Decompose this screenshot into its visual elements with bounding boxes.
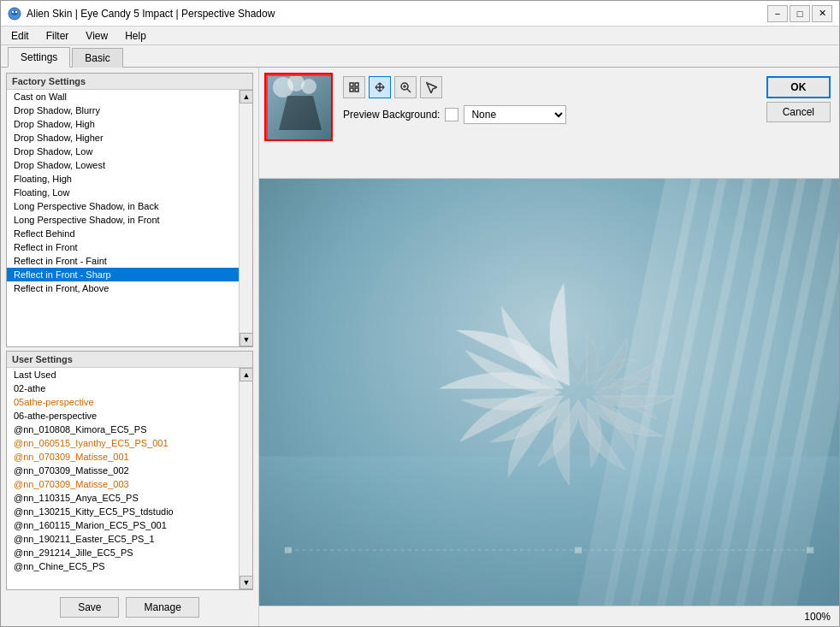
list-item[interactable]: Drop Shadow, Higher (7, 131, 239, 145)
left-panel: Factory Settings Cast on Wall Drop Shado… (1, 68, 259, 626)
user-settings-list-container: Last Used 02-athe 05athe-perspective 06-… (7, 368, 252, 589)
right-panel: Preview Background: None White Black Cus… (259, 68, 839, 626)
title-bar-controls: − □ ✕ (767, 5, 832, 22)
scroll-down-btn[interactable]: ▼ (240, 333, 252, 346)
title-bar-left: Alien Skin | Eye Candy 5 Impact | Perspe… (8, 7, 275, 21)
list-item[interactable]: Reflect in Front - Faint (7, 254, 239, 268)
list-item[interactable]: @nn_070309_Matisse_003 (7, 477, 239, 491)
list-item[interactable]: Long Perspective Shadow, in Back (7, 199, 239, 213)
tab-basic[interactable]: Basic (72, 48, 122, 68)
menu-help[interactable]: Help (118, 28, 153, 44)
zoom-level: 100% (804, 611, 831, 623)
list-item[interactable]: 02-athe (7, 382, 239, 395)
svg-rect-4 (350, 83, 353, 86)
preview-bg-label: Preview Background: (343, 109, 440, 121)
list-item[interactable]: Floating, High (7, 172, 239, 186)
svg-line-9 (407, 89, 411, 92)
list-item[interactable]: @nn_070309_Matisse_002 (7, 464, 239, 477)
maximize-button[interactable]: □ (790, 5, 810, 22)
list-item[interactable]: @nn_291214_Jille_EC5_PS (7, 546, 239, 559)
list-item[interactable]: @nn_190211_Easter_EC5_PS_1 (7, 532, 239, 546)
tool-pan-btn[interactable] (369, 76, 391, 98)
scroll-up-btn[interactable]: ▲ (240, 90, 252, 104)
list-item[interactable]: Drop Shadow, Lowest (7, 158, 239, 172)
main-content: Factory Settings Cast on Wall Drop Shado… (1, 68, 839, 626)
list-item[interactable]: Floating, Low (7, 186, 239, 199)
preview-area (259, 179, 839, 606)
cancel-button[interactable]: Cancel (766, 102, 831, 122)
user-settings-list: Last Used 02-athe 05athe-perspective 06-… (7, 368, 239, 589)
user-settings-section: User Settings Last Used 02-athe 05athe-p… (6, 351, 253, 590)
tool-row (343, 76, 760, 98)
factory-settings-scrollbar[interactable]: ▲ ▼ (239, 90, 252, 346)
main-window: Alien Skin | Eye Candy 5 Impact | Perspe… (0, 0, 840, 627)
factory-settings-section: Factory Settings Cast on Wall Drop Shado… (6, 73, 253, 347)
list-item[interactable]: Cast on Wall (7, 90, 239, 104)
thumbnail-canvas (266, 74, 333, 141)
list-item[interactable]: Long Perspective Shadow, in Front (7, 213, 239, 227)
list-item[interactable]: 05athe-perspective (7, 395, 239, 409)
svg-point-1 (11, 10, 18, 15)
minimize-button[interactable]: − (767, 5, 788, 22)
list-item[interactable]: Drop Shadow, Low (7, 145, 239, 158)
user-settings-header: User Settings (7, 352, 252, 368)
list-item[interactable]: Drop Shadow, High (7, 117, 239, 131)
tool-zoom-btn[interactable] (394, 76, 417, 98)
factory-settings-list: Cast on Wall Drop Shadow, Blurry Drop Sh… (7, 90, 239, 346)
svg-rect-5 (355, 83, 358, 86)
menu-filter[interactable]: Filter (39, 28, 76, 44)
factory-settings-header: Factory Settings (7, 74, 252, 90)
list-item[interactable]: @nn_Chine_EC5_PS (7, 559, 239, 573)
list-item[interactable]: @nn_110315_Anya_EC5_PS (7, 491, 239, 505)
scroll-down-btn-user[interactable]: ▼ (240, 576, 252, 589)
right-top-bar: Preview Background: None White Black Cus… (259, 68, 839, 179)
preview-bg-swatch (445, 108, 458, 121)
tab-settings[interactable]: Settings (8, 47, 70, 68)
svg-rect-6 (350, 88, 353, 92)
thumbnail-box (264, 73, 333, 141)
svg-point-3 (15, 10, 17, 12)
list-item[interactable]: @nn_060515_Iyanthy_EC5_PS_001 (7, 436, 239, 450)
preview-bg-section: Preview Background: None White Black Cus… (343, 105, 760, 124)
list-item[interactable]: @nn_130215_Kitty_EC5_PS_tdstudio (7, 505, 239, 518)
list-item[interactable]: @nn_070309_Matisse_001 (7, 450, 239, 464)
tool-hand-btn[interactable] (343, 76, 365, 98)
list-item[interactable]: Reflect in Front, Above (7, 281, 239, 295)
manage-button[interactable]: Manage (126, 597, 198, 618)
list-item[interactable]: Reflect in Front (7, 240, 239, 254)
status-bar: 100% (259, 606, 839, 626)
save-button[interactable]: Save (60, 597, 119, 618)
preview-bg-select[interactable]: None White Black Custom (464, 105, 566, 124)
title-bar: Alien Skin | Eye Candy 5 Impact | Perspe… (1, 1, 839, 27)
menu-bar: Edit Filter View Help (1, 27, 839, 45)
list-item[interactable]: Drop Shadow, Blurry (7, 104, 239, 117)
tool-select-btn[interactable] (420, 76, 442, 98)
user-settings-scrollbar[interactable]: ▲ ▼ (239, 368, 252, 589)
close-button[interactable]: ✕ (812, 5, 832, 22)
scroll-track (240, 104, 252, 333)
svg-point-2 (12, 10, 14, 12)
scroll-track-user (240, 382, 252, 576)
window-title: Alien Skin | Eye Candy 5 Impact | Perspe… (27, 8, 275, 20)
svg-rect-7 (355, 88, 358, 92)
list-item[interactable]: Last Used (7, 368, 239, 382)
list-item[interactable]: @nn_010808_Kimora_EC5_PS (7, 423, 239, 436)
menu-edit[interactable]: Edit (4, 28, 36, 44)
list-item[interactable]: Reflect Behind (7, 227, 239, 240)
list-item[interactable]: @nn_160115_Marion_EC5_PS_001 (7, 518, 239, 532)
ok-button[interactable]: OK (766, 76, 831, 98)
scroll-up-btn-user[interactable]: ▲ (240, 368, 252, 382)
tabs-row: Settings Basic (1, 45, 839, 68)
alien-skin-icon (8, 7, 21, 21)
bottom-buttons: Save Manage (6, 594, 253, 621)
list-item-selected[interactable]: Reflect in Front - Sharp (7, 268, 239, 281)
list-item[interactable]: 06-athe-perspective (7, 409, 239, 423)
preview-canvas (259, 179, 839, 606)
right-content-area: Preview Background: None White Black Cus… (340, 73, 760, 124)
factory-settings-list-container: Cast on Wall Drop Shadow, Blurry Drop Sh… (7, 90, 252, 346)
menu-view[interactable]: View (79, 28, 115, 44)
